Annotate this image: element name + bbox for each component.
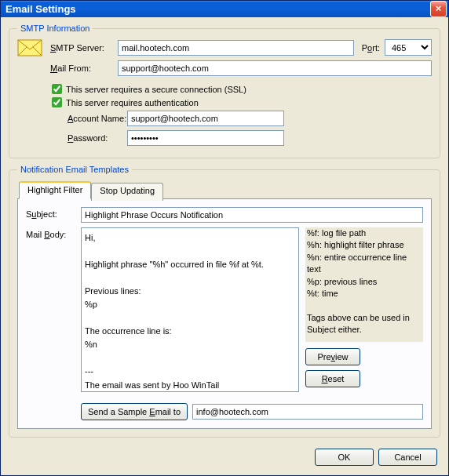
mail-body-label: Mail Body: [26,227,81,392]
mail-from-label: Mail From: [50,64,118,73]
port-select[interactable]: 465 [385,39,432,56]
tags-legend-text: %f: log file path %h: highlight filter p… [305,227,423,342]
tab-highlight-filter[interactable]: Highlight Filter [19,181,91,199]
mail-icon [17,39,42,56]
close-icon: × [436,2,442,14]
smtp-server-label: SMTP Server: [50,43,118,53]
smtp-server-input[interactable] [118,40,354,56]
window-title: Email Settings [5,3,76,15]
account-name-label: Account Name: [41,114,127,123]
template-tabs: Highlight Filter Stop Updating [19,181,432,199]
smtp-information-group: SMTP Information SMTP Server: Port: [9,24,440,158]
ssl-checkbox[interactable] [52,84,62,94]
password-label: Password: [41,133,127,143]
cancel-button[interactable]: Cancel [378,449,437,466]
sample-email-input[interactable] [192,404,423,420]
auth-checkbox[interactable] [52,97,62,107]
tab-panel-highlight: Subject: Mail Body: %f: log file path %h… [17,198,432,429]
password-input[interactable] [127,130,284,146]
account-name-input[interactable] [127,111,284,126]
mail-from-input[interactable] [118,60,432,76]
smtp-legend: SMTP Information [17,24,93,33]
email-settings-dialog: Email Settings × SMTP Information [0,0,449,476]
titlebar: Email Settings × [1,1,448,17]
port-label: Port: [362,43,380,53]
send-sample-button[interactable]: Send a Sample Email to [81,403,188,420]
reset-button[interactable]: Reset [305,370,360,387]
ssl-label: This server requires a secure connection… [66,85,246,94]
close-button[interactable]: × [430,1,447,17]
ok-button[interactable]: OK [315,449,374,466]
dialog-content: SMTP Information SMTP Server: Port: [1,17,448,475]
auth-label: This server requires authentication [66,98,199,107]
mail-body-textarea[interactable] [81,227,299,392]
tab-stop-updating[interactable]: Stop Updating [91,183,163,201]
subject-input[interactable] [81,207,423,223]
subject-label: Subject: [26,207,81,223]
preview-button[interactable]: Preview [305,348,360,365]
templates-legend: Notification Email Templates [17,165,132,174]
notification-templates-group: Notification Email Templates Highlight F… [9,165,440,438]
dialog-buttons: OK Cancel [9,444,440,469]
